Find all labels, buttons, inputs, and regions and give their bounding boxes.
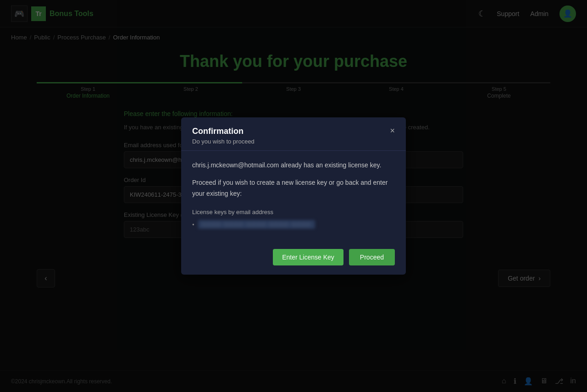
enter-license-key-button[interactable]: Enter License Key: [273, 249, 343, 265]
license-key-blurred: XXXX-XXXX-XXXX-XXXX-XXXX: [198, 220, 315, 229]
modal-close-button[interactable]: ×: [390, 127, 395, 135]
modal-title: Confirmation: [192, 127, 255, 136]
modal-overlay: Confirmation Do you wish to proceed × ch…: [0, 0, 587, 392]
proceed-button[interactable]: Proceed: [349, 249, 395, 265]
license-list-item: XXXX-XXXX-XXXX-XXXX-XXXX: [192, 220, 395, 229]
modal-subtitle: Do you wish to proceed: [192, 138, 255, 145]
confirmation-modal: Confirmation Do you wish to proceed × ch…: [181, 117, 406, 275]
modal-message: chris.j.mckeown@hotmail.com already has …: [192, 160, 395, 170]
modal-header: Confirmation Do you wish to proceed ×: [181, 117, 406, 151]
modal-title-group: Confirmation Do you wish to proceed: [192, 127, 255, 145]
license-list: XXXX-XXXX-XXXX-XXXX-XXXX: [192, 220, 395, 229]
license-list-title: License keys by email address: [192, 209, 395, 215]
modal-detail: Proceed if you wish to create a new lice…: [192, 177, 395, 199]
modal-body: chris.j.mckeown@hotmail.com already has …: [181, 151, 406, 249]
modal-footer: Enter License Key Proceed: [181, 249, 406, 275]
